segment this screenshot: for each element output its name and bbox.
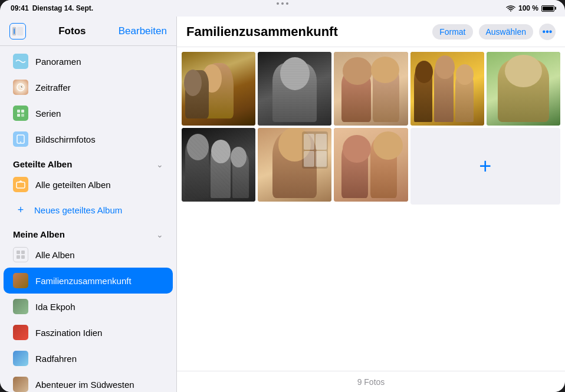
add-photo-cell[interactable]: +	[410, 128, 560, 205]
sidebar-item-serien[interactable]: Serien	[4, 100, 173, 126]
sidebar-item-label-neues-geteiltes-album: Neues geteiltes Album	[34, 205, 122, 215]
sidebar-header: Fotos Bearbeiten	[0, 17, 176, 46]
zeitraffer-icon	[13, 80, 28, 95]
photo-cell-7[interactable]	[258, 128, 331, 202]
svg-rect-8	[21, 114, 24, 117]
sidebar-item-label-radfahren: Radfahren	[35, 354, 77, 364]
battery-icon	[541, 5, 554, 12]
sidebar-edit-button[interactable]: Bearbeiten	[119, 25, 167, 37]
geteilte-alben-section-header[interactable]: Geteilte Alben ⌄	[0, 152, 176, 172]
sidebar-item-label-zeitraffer: Zeitraffer	[35, 83, 71, 93]
wifi-icon	[506, 5, 515, 12]
sidebar-item-zeitraffer[interactable]: Zeitraffer	[4, 74, 173, 100]
sidebar-item-label-alle-alben: Alle Alben	[35, 250, 75, 260]
auswaehlen-button[interactable]: Auswählen	[479, 24, 534, 39]
sidebar-item-alle-geteilten-alben[interactable]: Alle geteilten Alben	[4, 172, 173, 197]
sidebar-item-label-panoramen: Panoramen	[35, 57, 81, 67]
photo-cell-5[interactable]	[487, 52, 560, 126]
sidebar-item-radfahren[interactable]: Radfahren	[4, 345, 173, 371]
photo-count: 9 Fotos	[357, 377, 385, 387]
right-panel: Familienzusammenkunft Format Auswählen •…	[177, 17, 565, 392]
svg-point-0	[510, 11, 511, 12]
photo-grid: +	[177, 47, 565, 371]
sidebar-item-abenteuer-im-sudwesten[interactable]: Abenteuer im Südwesten	[4, 371, 173, 392]
bildschirmfotos-icon	[13, 131, 28, 147]
alle-geteilten-alben-icon	[13, 177, 28, 192]
svg-rect-5	[17, 110, 20, 113]
sidebar-item-panoramen[interactable]: Panoramen	[4, 48, 173, 74]
panoramen-icon	[13, 54, 28, 69]
sidebar-list: Panoramen Zeitraffer	[0, 46, 176, 392]
serien-icon	[13, 106, 28, 121]
svg-rect-2	[17, 27, 23, 35]
sidebar-title: Fotos	[58, 25, 86, 37]
sidebar-item-label-alle-geteilten: Alle geteilten Alben	[35, 180, 111, 190]
svg-point-10	[20, 141, 21, 143]
svg-rect-11	[17, 182, 25, 188]
abenteuer-icon	[13, 377, 28, 392]
more-button[interactable]: •••	[539, 24, 556, 40]
sidebar-item-faszination-idien[interactable]: Faszination Idien	[4, 319, 173, 345]
panel-actions: Format Auswählen •••	[432, 24, 556, 40]
sidebar-item-label-ida-ekpoh: Ida Ekpoh	[35, 302, 75, 312]
svg-rect-14	[17, 255, 20, 259]
photo-cell-2[interactable]	[258, 52, 331, 126]
sidebar-item-label-serien: Serien	[35, 108, 61, 118]
photo-cell-8[interactable]	[334, 128, 408, 202]
photo-cell-1[interactable]	[182, 52, 255, 126]
sidebar-item-bildschirmfotos[interactable]: Bildschirmfotos	[4, 126, 173, 152]
sidebar-item-label-abenteuer: Abenteuer im Südwesten	[35, 380, 134, 390]
date: Dienstag 14. Sept.	[32, 4, 93, 12]
ida-ekpoh-icon	[13, 299, 28, 314]
sidebar-item-ida-ekpoh[interactable]: Ida Ekpoh	[4, 294, 173, 319]
svg-rect-13	[21, 251, 25, 254]
battery-percent: 100 %	[518, 4, 538, 12]
photo-cell-6[interactable]	[182, 128, 255, 202]
meine-alben-section-header[interactable]: Meine Alben ⌄	[0, 222, 176, 242]
sidebar-item-label-bildschirmfotos: Bildschirmfotos	[35, 134, 96, 144]
panel-header: Familienzusammenkunft Format Auswählen •…	[177, 17, 565, 47]
sidebar-item-familienzusammenkunft[interactable]: Familienzusammenkunft	[4, 268, 173, 294]
photo-cell-4[interactable]	[410, 52, 484, 126]
radfahren-icon	[13, 351, 28, 366]
svg-rect-15	[21, 255, 25, 259]
meine-alben-title: Meine Alben	[13, 229, 65, 239]
sidebar-item-alle-alben[interactable]: Alle Alben	[4, 242, 173, 268]
svg-rect-12	[17, 251, 20, 254]
meine-alben-chevron: ⌄	[156, 230, 163, 239]
geteilte-alben-title: Geteilte Alben	[13, 159, 72, 169]
sidebar: Fotos Bearbeiten Panoramen	[0, 17, 177, 392]
sidebar-item-label-familienzusammenkunft: Familienzusammenkunft	[35, 276, 132, 286]
add-geteiltes-album-icon: +	[13, 202, 28, 218]
panel-title: Familienzusammenkunft	[186, 24, 338, 39]
add-photo-plus-icon: +	[479, 156, 491, 177]
sidebar-toggle-icon[interactable]	[9, 23, 26, 39]
format-button[interactable]: Format	[432, 24, 472, 39]
svg-rect-6	[21, 110, 24, 113]
faszination-idien-icon	[13, 325, 28, 340]
alle-alben-icon	[13, 247, 28, 262]
sidebar-item-label-faszination-idien: Faszination Idien	[35, 328, 102, 338]
more-icon: •••	[543, 27, 553, 37]
sidebar-item-neues-geteiltes-album[interactable]: + Neues geteiltes Album	[4, 197, 173, 222]
svg-rect-7	[17, 114, 20, 117]
familienzusammenkunft-icon	[13, 273, 28, 288]
top-center-dots	[277, 2, 288, 5]
time: 09:41	[11, 4, 29, 12]
panel-footer: 9 Fotos	[177, 371, 565, 392]
geteilte-alben-chevron: ⌄	[156, 160, 163, 169]
photo-cell-3[interactable]	[334, 52, 408, 126]
